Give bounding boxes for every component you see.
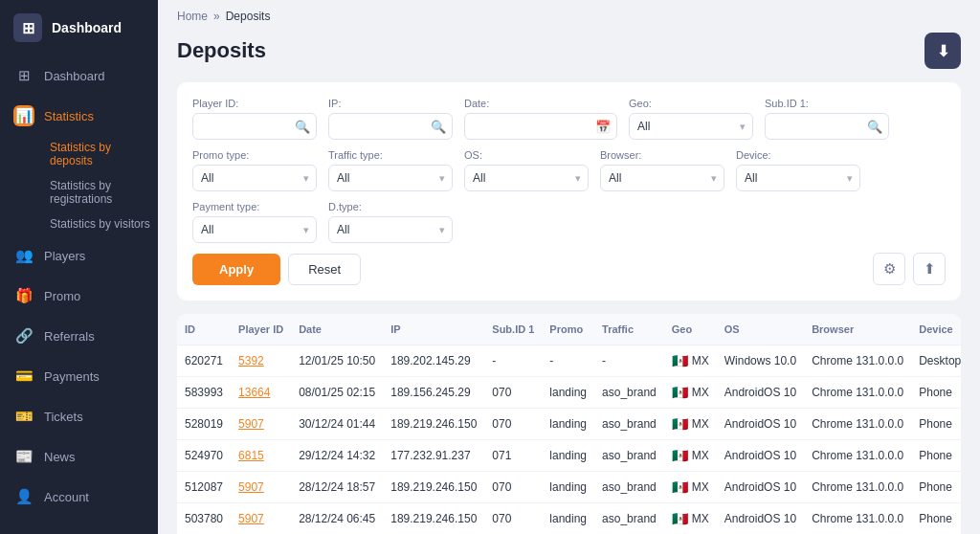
browser-select[interactable]: All [600, 165, 724, 191]
traffic-select[interactable]: All [328, 165, 453, 191]
sidebar-logo-label: Dashboard [52, 20, 122, 35]
cell-date: 29/12/24 14:32 [291, 440, 383, 472]
promo-icon: 🎁 [13, 285, 34, 306]
os-select[interactable]: All [464, 165, 589, 191]
table-row: 503780 5907 28/12/24 06:45 189.219.246.1… [177, 503, 961, 535]
sidebar-item-referrals[interactable]: 🔗 Referrals [0, 316, 158, 356]
col-browser: Browser [804, 314, 911, 345]
cell-ip: 177.232.91.237 [383, 440, 484, 472]
apply-button[interactable]: Apply [192, 254, 280, 285]
sidebar: ⊞ Dashboard ⊞ Dashboard 📊 Statistics Sta… [0, 0, 158, 534]
cell-geo: 🇲🇽 MX [664, 440, 717, 472]
stats-by-visitors[interactable]: Statistics by visitors [44, 212, 158, 235]
breadcrumb-separator: » [213, 10, 220, 23]
cell-date: 28/12/24 18:57 [291, 472, 383, 503]
players-icon: 👥 [13, 245, 34, 266]
sidebar-item-payments[interactable]: 💳 Payments [0, 356, 158, 396]
breadcrumb-home[interactable]: Home [177, 10, 208, 23]
col-traffic: Traffic [594, 314, 664, 345]
filter-group-geo: Geo: All [629, 98, 753, 140]
payment-label: Payment type: [192, 201, 317, 212]
sidebar-item-statistics[interactable]: 📊 Statistics [0, 96, 158, 136]
cell-geo: 🇲🇽 MX [664, 377, 717, 409]
calendar-icon: 📅 [595, 120, 611, 134]
filter-group-ip: IP: 🔍 [328, 98, 453, 140]
cell-traffic: aso_brand [594, 472, 664, 503]
cell-device: Phone [911, 377, 961, 409]
sidebar-item-label: Tickets [44, 410, 83, 424]
cell-player-id[interactable]: 5907 [231, 409, 291, 440]
cell-browser: Chrome 131.0.0.0 [804, 377, 911, 409]
personal-manager-label: Personal manager [0, 524, 158, 534]
sidebar-logo[interactable]: ⊞ Dashboard [0, 0, 158, 56]
table-header-row: ID Player ID Date IP Sub.ID 1 Promo Traf… [177, 314, 961, 345]
sidebar-item-label: Payments [44, 369, 100, 384]
col-id: ID [177, 314, 231, 345]
cell-player-id[interactable]: 5907 [231, 472, 291, 503]
cell-player-id[interactable]: 13664 [231, 377, 291, 409]
os-select-wrap: All [464, 165, 589, 191]
settings-tool-button[interactable]: ⚙ [873, 253, 905, 285]
sidebar-item-tickets[interactable]: 🎫 Tickets [0, 396, 158, 436]
ip-wrap: 🔍 [328, 113, 453, 140]
traffic-select-wrap: All [328, 165, 453, 191]
col-sub-id: Sub.ID 1 [484, 314, 542, 345]
cell-geo: 🇲🇽 MX [664, 472, 717, 503]
cell-sub-id: 070 [484, 409, 542, 440]
device-select[interactable]: All [736, 165, 860, 191]
cell-id: 528019 [177, 409, 231, 440]
sidebar-item-news[interactable]: 📰 News [0, 436, 158, 477]
device-select-wrap: All [736, 165, 860, 191]
filters-card: Player ID: 🔍 IP: 🔍 Date: [177, 82, 961, 300]
cell-ip: 189.219.246.150 [383, 503, 484, 535]
filter-group-payment: Payment type: All [192, 201, 317, 243]
filter-buttons: Apply Reset [192, 254, 361, 285]
col-ip: IP [383, 314, 484, 345]
filter-group-browser: Browser: All [600, 149, 724, 191]
cell-traffic: aso_brand [594, 503, 664, 535]
player-id-label: Player ID: [192, 98, 317, 109]
table-row: 528019 5907 30/12/24 01:44 189.219.246.1… [177, 409, 961, 440]
sidebar-item-account[interactable]: 👤 Account [0, 477, 158, 517]
payment-select[interactable]: All [192, 216, 317, 243]
cell-traffic: aso_brand [594, 409, 664, 440]
geo-select[interactable]: All [629, 113, 753, 140]
col-player-id: Player ID [231, 314, 291, 345]
breadcrumb-current: Deposits [226, 10, 271, 23]
dtype-select-wrap: All [328, 216, 453, 243]
cell-ip: 189.219.246.150 [383, 472, 484, 503]
filter-group-os: OS: All [464, 149, 589, 191]
promo-label: Promo type: [192, 149, 317, 161]
export-tool-button[interactable]: ⬆ [913, 253, 946, 285]
stats-by-deposits[interactable]: Statistics by deposits [44, 136, 158, 172]
browser-select-wrap: All [600, 165, 724, 191]
cell-sub-id: - [484, 345, 542, 377]
sidebar-item-label: Account [44, 490, 89, 504]
logo-icon: ⊞ [13, 13, 42, 42]
stats-by-registrations[interactable]: Statistics by registrations [44, 174, 158, 211]
filter-tools: ⚙ ⬆ [873, 253, 946, 285]
sidebar-item-promo[interactable]: 🎁 Promo [0, 276, 158, 316]
cell-id: 583993 [177, 377, 231, 409]
cell-promo: landing [542, 472, 594, 503]
cell-promo: landing [542, 377, 594, 409]
cell-player-id[interactable]: 6815 [231, 440, 291, 472]
player-id-wrap: 🔍 [192, 113, 317, 140]
cell-player-id[interactable]: 5392 [231, 345, 291, 377]
dtype-select[interactable]: All [328, 216, 453, 243]
browser-label: Browser: [600, 149, 724, 161]
cell-player-id[interactable]: 5907 [231, 503, 291, 535]
filter-actions: Apply Reset ⚙ ⬆ [192, 253, 946, 285]
cell-device: Phone [911, 503, 961, 535]
sub-id-wrap: 🔍 [765, 113, 889, 140]
cell-traffic: - [594, 345, 664, 377]
reset-button[interactable]: Reset [288, 254, 361, 285]
page-title-icon[interactable]: ⬇ [924, 33, 961, 69]
col-geo: Geo [664, 314, 717, 345]
sidebar-item-dashboard[interactable]: ⊞ Dashboard [0, 56, 158, 96]
sidebar-item-label: Referrals [44, 329, 95, 344]
search-icon: 🔍 [295, 120, 310, 134]
sidebar-item-players[interactable]: 👥 Players [0, 235, 158, 276]
promo-select[interactable]: All [192, 165, 317, 191]
date-input[interactable] [464, 113, 617, 140]
